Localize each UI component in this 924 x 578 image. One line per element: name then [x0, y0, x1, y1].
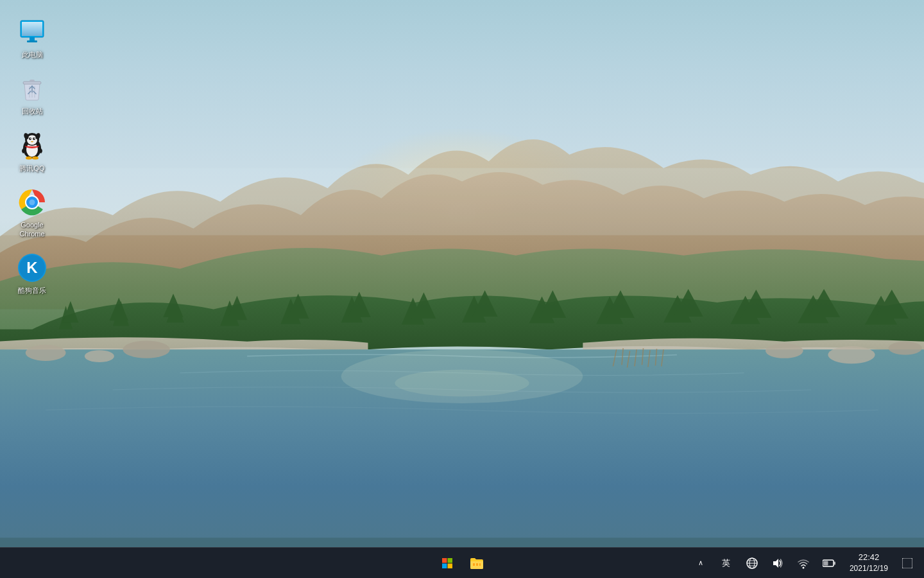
svg-rect-55: [448, 563, 453, 568]
svg-point-39: [30, 137, 31, 139]
ime-icon[interactable]: [742, 553, 762, 574]
svg-rect-22: [0, 168, 924, 236]
svg-rect-56: [473, 563, 475, 566]
clock-date: 2021/12/19: [850, 563, 888, 574]
chevron-up-icon: ∧: [698, 559, 703, 567]
notification-icon: [902, 558, 912, 568]
show-hidden-icons-button[interactable]: ∧: [690, 553, 711, 574]
language-label: 英: [722, 557, 730, 569]
svg-rect-52: [442, 558, 447, 563]
svg-rect-25: [22, 22, 42, 36]
svg-rect-29: [30, 80, 35, 82]
svg-point-40: [34, 137, 35, 139]
volume-icon[interactable]: [767, 553, 788, 574]
desktop-icon-qq[interactable]: 腾讯QQ: [6, 127, 58, 177]
svg-point-6: [395, 370, 529, 397]
svg-text:K: K: [26, 259, 38, 276]
svg-point-43: [26, 156, 32, 159]
network-icon[interactable]: [793, 553, 814, 574]
desktop-icons: 此电脑: [0, 0, 64, 312]
svg-rect-27: [27, 40, 37, 42]
recycle-bin-label: 回收站: [22, 107, 43, 116]
recycle-bin-icon: [17, 73, 47, 104]
battery-icon[interactable]: [819, 553, 839, 574]
language-indicator[interactable]: 英: [716, 553, 737, 574]
computer-icon: [17, 17, 47, 48]
start-button[interactable]: [434, 550, 460, 576]
qq-icon: [17, 130, 47, 161]
svg-rect-67: [823, 561, 828, 565]
taskbar-right: ∧ 英: [690, 550, 916, 576]
svg-point-10: [766, 344, 803, 358]
desktop-icon-my-computer[interactable]: 此电脑: [6, 13, 58, 63]
network-wifi-icon: [798, 557, 809, 569]
svg-point-9: [123, 341, 170, 358]
google-chrome-icon: [17, 187, 47, 218]
svg-rect-57: [476, 563, 478, 566]
notification-button[interactable]: [898, 550, 916, 576]
svg-point-64: [802, 566, 804, 568]
taskbar-center: [434, 550, 490, 576]
svg-point-44: [32, 156, 38, 159]
svg-rect-54: [442, 563, 447, 568]
svg-rect-58: [479, 563, 481, 566]
my-computer-label: 此电脑: [22, 50, 43, 59]
svg-rect-66: [834, 561, 835, 565]
clock-area[interactable]: 22:42 2021/12/19: [844, 550, 893, 575]
kugou-label: 酷狗音乐: [18, 286, 46, 295]
taskbar: ∧ 英: [0, 547, 924, 578]
input-method-icon: [746, 557, 758, 570]
desktop-icon-google-chrome[interactable]: Google Chrome: [6, 183, 58, 243]
file-explorer-button[interactable]: [464, 550, 490, 576]
kugou-icon: K: [17, 252, 47, 283]
desktop: 此电脑: [0, 0, 924, 578]
svg-rect-68: [902, 558, 912, 568]
speaker-icon: [772, 557, 783, 569]
qq-label: 腾讯QQ: [19, 164, 44, 173]
clock-time: 22:42: [859, 552, 880, 563]
google-chrome-label: Google Chrome: [10, 220, 54, 239]
svg-point-11: [828, 346, 875, 363]
wallpaper: [0, 0, 924, 578]
svg-point-12: [889, 342, 922, 355]
desktop-icon-kugou[interactable]: K 酷狗音乐: [6, 249, 58, 299]
desktop-icon-recycle-bin[interactable]: 回收站: [6, 69, 58, 119]
battery-status-icon: [823, 559, 835, 568]
svg-point-47: [30, 199, 35, 205]
svg-point-7: [26, 345, 66, 361]
svg-point-8: [85, 350, 114, 362]
svg-rect-53: [448, 558, 453, 563]
